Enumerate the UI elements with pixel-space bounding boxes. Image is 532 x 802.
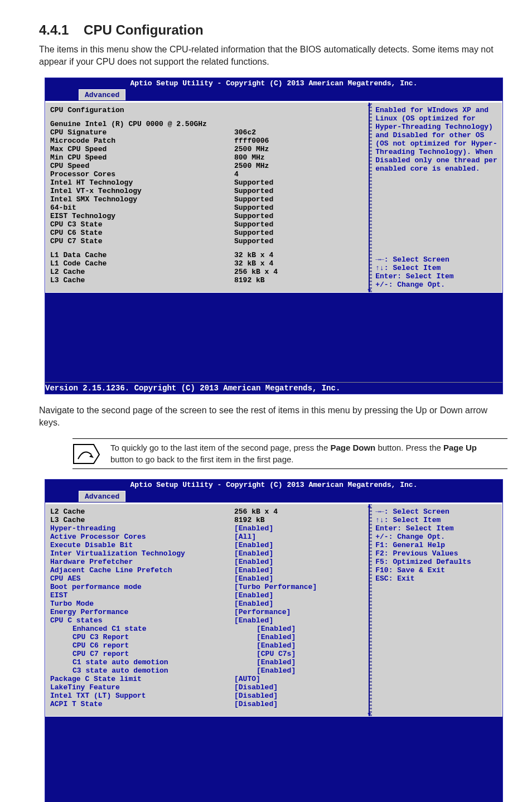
bios-row-value: Supported xyxy=(234,237,273,245)
section-heading: 4.4.1 CPU Configuration xyxy=(39,22,499,38)
nav-hint: F5: Optimized Defaults xyxy=(375,558,499,566)
bios-row-key: L2 Cache xyxy=(50,508,234,516)
section-intro: The items in this menu show the CPU-rela… xyxy=(39,44,499,67)
bios-row-value: ffff0006 xyxy=(234,137,269,145)
bios-tab-row: Advanced xyxy=(45,89,502,102)
bios-title: Aptio Setup Utility - Copyright (C) 2013… xyxy=(45,78,502,89)
scroll-down-icon[interactable]: ▼ xyxy=(367,288,374,293)
bios-row[interactable]: C3 state auto demotion[Enabled] xyxy=(50,666,369,675)
bios-row-key: Hardware Prefetcher xyxy=(50,558,234,566)
bios-row: L3 Cache8192 kB xyxy=(50,276,369,284)
bios-row-key: L3 Cache xyxy=(50,276,234,284)
note-icon xyxy=(72,443,100,465)
bios-row-value: [Enabled] xyxy=(257,666,296,675)
bios-row[interactable]: Package C State limit[AUTO] xyxy=(50,675,369,683)
scrollbar[interactable] xyxy=(370,504,372,716)
bios-row[interactable]: C1 state auto demotion[Enabled] xyxy=(50,658,369,666)
bios-row-key: ACPI T State xyxy=(50,700,234,708)
bios-right-pane: Enabled for WIndows XP and Linux (OS opt… xyxy=(369,103,502,292)
bios-row-value: [Enabled] xyxy=(234,600,273,608)
nav-hint: F1: General Help xyxy=(375,541,499,549)
bios-row-value: [CPU C7s] xyxy=(257,650,296,658)
bios-row[interactable]: CPU C3 Report[Enabled] xyxy=(50,633,369,641)
nav-hint: →←: Select Screen xyxy=(375,508,499,516)
bios-row-value: [Enabled] xyxy=(257,641,296,650)
bios-row-key: Hyper-threading xyxy=(50,524,234,533)
bios-row[interactable]: Turbo Mode[Enabled] xyxy=(50,600,369,608)
bios-row[interactable]: Inter Virtualization Technology[Enabled] xyxy=(50,549,369,558)
nav-hint: F10: Save & Exit xyxy=(375,566,499,574)
bios-row-value: [Enabled] xyxy=(234,549,273,558)
bios-row[interactable]: Boot performance mode[Turbo Performance] xyxy=(50,583,369,591)
bios-row-value: 8192 kB xyxy=(234,516,265,524)
bios-row-value: [Enabled] xyxy=(234,566,273,574)
bios-row-value: [Disabled] xyxy=(234,700,278,708)
bios-row-key: CPU Signature xyxy=(50,128,234,137)
bios-row[interactable]: Hardware Prefetcher[Enabled] xyxy=(50,558,369,566)
scroll-down-icon[interactable]: ▼ xyxy=(367,712,374,717)
tab-advanced[interactable]: Advanced xyxy=(79,491,125,502)
bios-row: Intel VT-x TechnologySupported xyxy=(50,187,369,195)
bios-row-key: Min CPU Speed xyxy=(50,153,234,162)
bios-row-value: [Disabled] xyxy=(234,692,278,700)
bios-row-key: CPU C states xyxy=(50,616,234,625)
bios-row-value: [Disabled] xyxy=(234,683,278,692)
bios-row-value: [Turbo Performance] xyxy=(234,583,317,591)
bios-row[interactable]: CPU C6 report[Enabled] xyxy=(50,641,369,650)
bios-row: L1 Data Cache32 kB x 4 xyxy=(50,251,369,259)
bios-row-value: 256 kB x 4 xyxy=(234,508,278,516)
bios-row[interactable]: Hyper-threading[Enabled] xyxy=(50,524,369,533)
bios-nav: →←: Select Screen↑↓: Select ItemEnter: S… xyxy=(375,508,499,583)
bios-row[interactable]: LakeTiny Feature[Disabled] xyxy=(50,683,369,692)
bios-row-value: 256 kB x 4 xyxy=(234,268,278,276)
bios-row: Intel HT TechnologySupported xyxy=(50,178,369,187)
bios-row-value: Supported xyxy=(234,178,273,187)
bios-row[interactable]: Intel TXT (LT) Support[Disabled] xyxy=(50,692,369,700)
bios-row-value: [Enabled] xyxy=(234,616,273,625)
tip-text: To quickly go to the last item of the se… xyxy=(110,442,502,465)
bios-row-value: Supported xyxy=(234,212,273,220)
bios-row[interactable]: Active Processor Cores[All] xyxy=(50,533,369,541)
scrollbar[interactable] xyxy=(370,103,372,292)
bios-screenshot-2: Aptio Setup Utility - Copyright (C) 2013… xyxy=(45,479,503,802)
bios-row-value: 32 kB x 4 xyxy=(234,259,273,268)
nav-hint: F2: Previous Values xyxy=(375,549,499,558)
bios-row: 64-bitSupported xyxy=(50,204,369,212)
nav-hint: +/-: Change Opt. xyxy=(375,533,499,541)
bios-row-key: EIST Technology xyxy=(50,212,234,220)
nav-hint: ESC: Exit xyxy=(375,574,499,583)
bios-row-value: [Enabled] xyxy=(234,541,273,549)
bios-row[interactable]: CPU AES[Enabled] xyxy=(50,574,369,583)
bios-row: Processor Cores4 xyxy=(50,170,369,178)
bios-row-key: Enhanced C1 state xyxy=(50,625,257,633)
nav-hint: →←: Select Screen xyxy=(375,255,499,264)
scroll-up-icon[interactable]: ▲ xyxy=(367,503,374,509)
bios-row[interactable]: Enhanced C1 state[Enabled] xyxy=(50,625,369,633)
bios-heading: CPU Configuration xyxy=(50,106,369,114)
bios-row-key: L3 Cache xyxy=(50,516,234,524)
bios-row-value: Supported xyxy=(234,229,273,237)
nav-hint: ↑↓: Select Item xyxy=(375,264,499,272)
bios-row-key: LakeTiny Feature xyxy=(50,683,234,692)
bios-row[interactable]: CPU C states[Enabled] xyxy=(50,616,369,625)
bios-row[interactable]: ACPI T State[Disabled] xyxy=(50,700,369,708)
bios-row-value: 306c2 xyxy=(234,128,256,137)
tab-advanced[interactable]: Advanced xyxy=(79,89,125,100)
bios-row: L2 Cache256 kB x 4 xyxy=(50,268,369,276)
bios-row-key: CPU C7 State xyxy=(50,237,234,245)
scroll-up-icon[interactable]: ▲ xyxy=(367,102,374,107)
bios-row-key: Max CPU Speed xyxy=(50,145,234,153)
bios-row-value: [Enabled] xyxy=(257,633,296,641)
bios-row[interactable]: EIST[Enabled] xyxy=(50,591,369,600)
bios-row-key: Inter Virtualization Technology xyxy=(50,549,234,558)
bios-footer: Version 2.15.1236. Copyright (C) 2013 Am… xyxy=(45,382,502,394)
nav-hint: Enter: Select Item xyxy=(375,272,499,281)
bios-row[interactable]: Execute Disable Bit[Enabled] xyxy=(50,541,369,549)
bios-row-key: Energy Performance xyxy=(50,608,234,616)
bios-row-value: 32 kB x 4 xyxy=(234,251,273,259)
bios-row-value: 2500 MHz xyxy=(234,162,269,170)
bios-row-key: CPU AES xyxy=(50,574,234,583)
bios-row[interactable]: Energy Performance[Performance] xyxy=(50,608,369,616)
bios-row[interactable]: CPU C7 report[CPU C7s] xyxy=(50,650,369,658)
bios-row[interactable]: Adjacent Cache Line Prefetch[Enabled] xyxy=(50,566,369,574)
